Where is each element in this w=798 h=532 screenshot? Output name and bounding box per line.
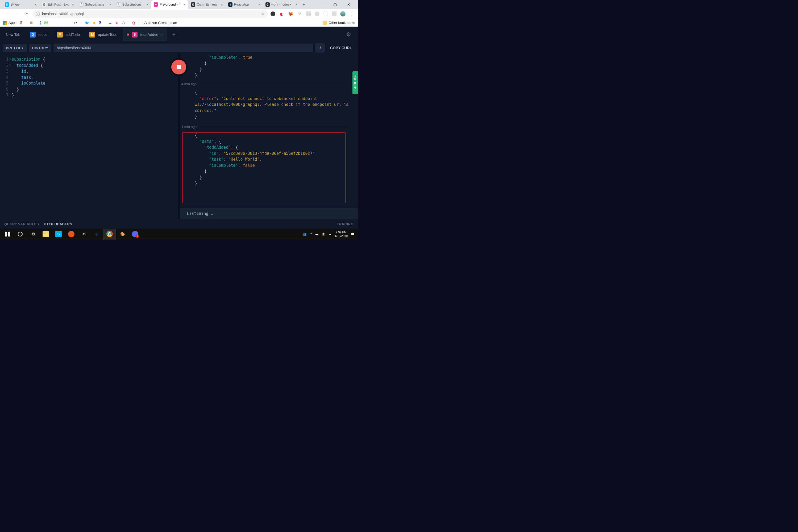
- taskbar-app[interactable]: 1: [129, 229, 141, 240]
- query-editor[interactable]: 1subscription { 2 todoAdded { 3 id, 4 ta…: [0, 53, 178, 219]
- browser-tab[interactable]: ASubscriptions×: [114, 0, 151, 9]
- taskbar-app[interactable]: 📁: [39, 229, 52, 240]
- tray-battery-icon[interactable]: ▬: [316, 232, 318, 236]
- back-button[interactable]: ←: [2, 10, 10, 18]
- stop-icon: [177, 65, 181, 69]
- minimize-icon[interactable]: —: [315, 0, 327, 9]
- browser-tab[interactable]: SSkype×: [2, 0, 39, 9]
- query-badge-icon: Q: [30, 32, 36, 38]
- taskbar-app[interactable]: ⚙: [78, 229, 91, 240]
- playground-new-tab[interactable]: New Tab: [2, 28, 24, 41]
- bookmark-icon[interactable]: M: [20, 21, 22, 24]
- ext-icon[interactable]: 🦊: [288, 11, 293, 17]
- bookmark-icon[interactable]: ☁: [108, 21, 112, 25]
- bookmark-icon[interactable]: Q: [132, 21, 135, 25]
- ext-icon[interactable]: V: [297, 11, 302, 17]
- prettify-button[interactable]: PRETTIFY: [3, 44, 27, 52]
- timestamp-label: 4 min ago: [182, 81, 196, 87]
- taskbar-app[interactable]: [65, 229, 78, 240]
- code-token: }: [12, 87, 19, 92]
- close-icon[interactable]: ×: [72, 3, 74, 7]
- tray-chevron-icon[interactable]: ⌃: [310, 232, 312, 236]
- copy-curl-button[interactable]: COPY CURL: [327, 44, 355, 52]
- ext-icon[interactable]: [332, 12, 337, 16]
- endpoint-input[interactable]: http://localhost:4000/: [54, 44, 313, 52]
- playground-tab-updatetodo[interactable]: MupdateTodo: [85, 28, 121, 41]
- close-icon[interactable]: ×: [35, 3, 37, 7]
- close-icon[interactable]: ×: [161, 33, 163, 37]
- http-headers-tab[interactable]: HTTP HEADERS: [44, 222, 72, 226]
- ext-icon[interactable]: [270, 12, 275, 16]
- url-path: /graphql: [70, 12, 84, 16]
- bookmark-icon[interactable]: ✂: [74, 21, 77, 25]
- tray-people-icon[interactable]: 👥: [303, 232, 307, 236]
- bookmark-icon[interactable]: ET: [30, 22, 33, 24]
- address-bar[interactable]: i localhost:4000/graphql ☆: [33, 10, 268, 18]
- taskbar-app-chrome[interactable]: [103, 229, 116, 240]
- ext-icon[interactable]: [315, 12, 320, 16]
- ext-icon[interactable]: G: [306, 12, 311, 16]
- history-button[interactable]: HISTORY: [29, 44, 52, 52]
- tray-onedrive-icon[interactable]: ☁: [328, 232, 331, 236]
- close-icon[interactable]: ×: [146, 3, 148, 7]
- mutation-badge-icon: M: [89, 32, 95, 38]
- taskbar-clock[interactable]: 2:32 PM 1/18/2019: [335, 230, 348, 238]
- browser-tab-active[interactable]: ✦Playground - h×: [151, 0, 188, 9]
- reload-schema-button[interactable]: ↺: [315, 43, 325, 53]
- ext-icon[interactable]: [323, 12, 328, 16]
- browser-tab[interactable]: ASubscriptions×: [77, 0, 114, 9]
- ext-icon[interactable]: ◐: [279, 11, 284, 17]
- new-tab-button[interactable]: +: [300, 1, 307, 8]
- bottom-panel-tabs: QUERY VARIABLES HTTP HEADERS TRACING: [0, 219, 358, 229]
- tray-volume-icon[interactable]: 🔇: [322, 232, 325, 236]
- apps-bookmark[interactable]: Apps: [3, 21, 17, 25]
- close-icon[interactable]: ×: [109, 3, 111, 7]
- taskbar-app[interactable]: S: [52, 229, 65, 240]
- task-view-icon[interactable]: ⧉: [26, 229, 39, 240]
- browser-tabs-row: SSkype× EEdit Post ‹ Exc× ASubscriptions…: [0, 0, 358, 9]
- notifications-icon[interactable]: 💬: [351, 232, 355, 236]
- close-icon[interactable]: ×: [258, 3, 260, 7]
- bookmark-icon[interactable]: f: [40, 21, 41, 24]
- forward-button[interactable]: →: [12, 10, 20, 18]
- cortana-icon[interactable]: [14, 229, 26, 240]
- reload-button[interactable]: ⟳: [22, 10, 30, 18]
- playground-add-tab-button[interactable]: +: [168, 29, 179, 40]
- settings-gear-icon[interactable]: ⚙: [346, 31, 356, 38]
- query-variables-tab[interactable]: QUERY VARIABLES: [4, 222, 39, 226]
- taskbar-app[interactable]: 🎨: [116, 229, 129, 240]
- other-bookmarks[interactable]: Other bookmarks: [323, 21, 355, 25]
- bookmark-icon[interactable]: K: [99, 21, 101, 24]
- bookmark-icon[interactable]: 🐦: [85, 21, 89, 25]
- tracing-tab[interactable]: TRACING: [337, 222, 354, 226]
- profile-avatar-icon[interactable]: [340, 11, 345, 17]
- taskbar-app[interactable]: ⧁: [91, 229, 103, 240]
- playground-tab-todoadded[interactable]: StodoAdded×: [122, 28, 167, 41]
- code-token: todoAdded: [12, 63, 38, 68]
- browser-tab[interactable]: Gwork · nodeex×: [263, 0, 300, 9]
- amazon-bookmark[interactable]: Amazon Great Indian: [138, 21, 177, 25]
- browser-tab[interactable]: ⚛React App×: [226, 0, 263, 9]
- close-icon[interactable]: ×: [221, 3, 223, 7]
- bookmark-icon[interactable]: ◆: [93, 21, 95, 25]
- line-number: 5: [3, 80, 12, 87]
- playground-tab-todos[interactable]: Qtodos: [25, 28, 52, 41]
- execute-stop-button[interactable]: [171, 60, 186, 75]
- browser-tab[interactable]: EEdit Post ‹ Exc×: [39, 0, 77, 9]
- star-icon[interactable]: ☆: [261, 12, 265, 16]
- start-button[interactable]: [1, 229, 14, 240]
- maximize-icon[interactable]: ▢: [329, 0, 341, 9]
- bookmark-icon[interactable]: Up: [44, 22, 48, 24]
- playground-tab-addtodo[interactable]: MaddTodo: [53, 28, 84, 41]
- browser-tab[interactable]: GCommits · rea×: [188, 0, 226, 9]
- bookmark-icon[interactable]: ◈: [115, 21, 118, 25]
- schema-tab-button[interactable]: SCHEMA: [353, 71, 358, 94]
- menu-icon[interactable]: ⋮: [349, 11, 355, 17]
- browser-chrome: SSkype× EEdit Post ‹ Exc× ASubscriptions…: [0, 0, 358, 26]
- close-icon[interactable]: ×: [295, 3, 298, 7]
- close-icon[interactable]: ×: [184, 3, 186, 7]
- bookmark-icon[interactable]: ⬡: [122, 21, 125, 25]
- close-window-icon[interactable]: ✕: [343, 0, 355, 9]
- code-token: isComplete: [12, 81, 45, 86]
- info-icon[interactable]: i: [36, 12, 40, 16]
